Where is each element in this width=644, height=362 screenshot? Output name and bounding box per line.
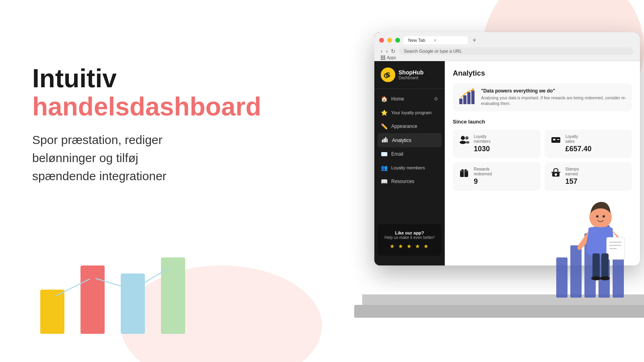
logo-icon: S: [381, 68, 395, 82]
logo-sub: Dashboard: [398, 76, 423, 80]
browser-address-text: Search Google or type a URL: [404, 49, 462, 53]
logo-text: ShopHub Dashboard: [398, 70, 423, 80]
nav-item-home[interactable]: 🏠 Home ⚙: [374, 92, 445, 106]
pen-icon: ✏️: [381, 123, 387, 130]
nav-item-resources[interactable]: 📖 Resources: [374, 175, 445, 188]
logo-name: ShopHub: [398, 70, 423, 76]
browser-refresh-button[interactable]: ↻: [391, 48, 396, 54]
svg-point-40: [603, 215, 605, 218]
svg-point-5: [89, 274, 96, 281]
stat-card-rewards: Rewardsredeemed 9: [453, 162, 541, 191]
stat-label-loyalty-members: Loyaltymembers: [474, 134, 491, 144]
browser-tab[interactable]: New Tab ✕: [403, 36, 468, 44]
svg-rect-33: [556, 257, 568, 298]
sidebar-footer: Like our app? Help us make it even bette…: [378, 224, 442, 256]
svg-point-4: [49, 294, 56, 301]
svg-point-21: [460, 141, 466, 144]
stat-info-loyalty-sales: Loyaltysales £657.40: [566, 134, 592, 153]
since-launch-title: Since launch: [453, 119, 632, 125]
stat-info-rewards: Rewardsredeemed 9: [474, 167, 492, 186]
browser-address-bar[interactable]: Search Google or type a URL: [399, 47, 634, 55]
nav-label-home: Home: [391, 96, 404, 102]
email-icon: ✉️: [381, 151, 387, 157]
svg-point-32: [555, 173, 557, 176]
stat-card-loyalty-members: Loyaltymembers 1030: [453, 130, 541, 158]
stamps-icon: [550, 168, 561, 180]
loyalty-sales-icon: [550, 135, 561, 146]
svg-point-22: [465, 136, 469, 140]
nav-item-appearance[interactable]: ✏️ Appearance: [374, 119, 445, 133]
star-icon: ⭐: [381, 109, 387, 116]
stat-label-loyalty-sales: Loyaltysales: [566, 134, 592, 144]
footer-line1: Like our app?: [384, 230, 435, 235]
nav-label-appearance: Appearance: [391, 123, 417, 129]
chart-icon: [382, 137, 388, 144]
svg-point-39: [596, 215, 599, 218]
browser-chrome: New Tab ✕ + ‹ › ↻ Search Google or type …: [374, 32, 640, 61]
svg-rect-14: [387, 139, 388, 142]
left-section: Intuitiv handelsdashboard Spor præstatio…: [32, 64, 306, 185]
stat-value-stamps: 157: [566, 177, 579, 186]
home-icon: 🏠: [381, 96, 387, 102]
svg-point-6: [130, 286, 136, 293]
svg-rect-11: [382, 140, 383, 142]
nav-item-loyalty-members[interactable]: 👥 Loyalty members: [374, 161, 445, 175]
nav-item-email[interactable]: ✉️ Email: [374, 147, 445, 161]
quote-chart-icon: [458, 88, 476, 106]
stat-value-loyalty-sales: £657.40: [566, 145, 592, 153]
svg-point-7: [169, 261, 177, 269]
svg-rect-17: [467, 92, 471, 104]
rewards-icon: [458, 168, 470, 180]
svg-point-48: [600, 276, 610, 280]
svg-rect-45: [592, 253, 600, 278]
browser-titlebar: New Tab ✕ +: [379, 36, 635, 44]
quote-subtext: Analysing your data is important. If few…: [481, 95, 626, 107]
headline-handelsdashboard: handelsdashboard: [32, 92, 261, 121]
svg-point-20: [461, 136, 465, 140]
browser-dot-red[interactable]: [379, 38, 384, 43]
svg-rect-34: [570, 245, 582, 298]
svg-rect-46: [601, 253, 609, 278]
browser-dot-green[interactable]: [395, 38, 400, 43]
stat-card-loyalty-sales: Loyaltysales £657.40: [545, 130, 632, 158]
headline-line1: Intuitiv handelsdashboard: [32, 64, 306, 121]
rating-stars[interactable]: ★ ★ ★ ★ ★: [384, 243, 435, 249]
svg-rect-16: [463, 95, 466, 104]
footer-line2: Help us make it even better!: [384, 235, 435, 240]
browser-add-tab[interactable]: +: [473, 37, 476, 44]
subtext: Spor præstation, redigerbelønninger og t…: [32, 131, 306, 185]
svg-rect-26: [557, 139, 559, 140]
browser-back-button[interactable]: ‹: [381, 48, 383, 54]
stat-label-rewards: Rewardsredeemed: [474, 167, 492, 177]
chart-illustration: [24, 233, 201, 338]
stat-label-stamps: Stampsearned: [566, 167, 579, 177]
svg-rect-12: [384, 138, 385, 142]
settings-icon[interactable]: ⚙: [434, 96, 438, 102]
svg-point-23: [466, 141, 469, 144]
browser-forward-button[interactable]: ›: [386, 48, 388, 54]
svg-point-19: [472, 88, 474, 91]
stat-info-stamps: Stampsearned 157: [566, 167, 579, 186]
quote-card: "Data powers everything we do" Analysing…: [453, 83, 632, 111]
stat-value-rewards: 9: [474, 177, 492, 186]
svg-rect-2: [121, 274, 145, 334]
svg-rect-31: [551, 172, 560, 173]
stat-value-loyalty-members: 1030: [474, 145, 491, 153]
quote-text: "Data powers everything we do" Analysing…: [481, 88, 626, 107]
sidebar: S ShopHub Dashboard 🏠 Home ⚙: [374, 61, 445, 265]
nav-label-analytics: Analytics: [392, 138, 411, 143]
browser-dot-yellow[interactable]: [387, 38, 392, 43]
nav-label-loyalty-members: Loyalty members: [391, 165, 425, 170]
loyalty-members-icon: [458, 135, 470, 146]
svg-rect-13: [385, 137, 386, 142]
nav-item-analytics[interactable]: Analytics: [378, 133, 442, 147]
nav-label-email: Email: [391, 151, 403, 157]
book-icon: 📖: [381, 178, 387, 185]
nav-item-loyalty-program[interactable]: ⭐ Your loyalty program: [374, 106, 445, 119]
browser-tab-close[interactable]: ✕: [433, 38, 437, 43]
browser-tab-title: New Tab: [408, 38, 425, 43]
svg-rect-15: [459, 99, 462, 104]
quote-headline: "Data powers everything we do": [481, 88, 626, 94]
svg-point-47: [591, 276, 601, 280]
sidebar-logo: S ShopHub Dashboard: [374, 68, 445, 89]
